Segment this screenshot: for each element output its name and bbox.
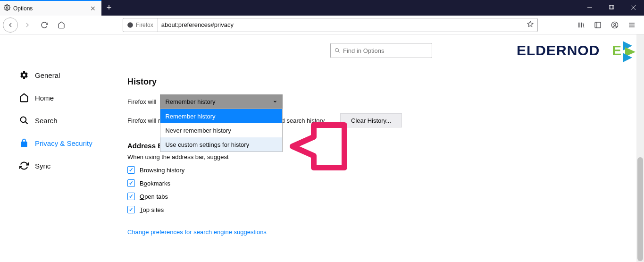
sidebar-button[interactable] bbox=[590, 17, 605, 33]
checkbox[interactable] bbox=[127, 206, 135, 213]
sidebar: General Home Search Privacy & Security S… bbox=[0, 34, 113, 262]
maximize-button[interactable] bbox=[601, 0, 622, 15]
svg-rect-2 bbox=[609, 5, 613, 9]
home-icon bbox=[19, 93, 29, 103]
gear-icon bbox=[19, 70, 29, 80]
search-icon bbox=[335, 48, 340, 53]
checkbox-row-browsing-history[interactable]: Browsing history bbox=[127, 166, 644, 174]
history-heading: History bbox=[127, 77, 644, 87]
checkbox-row-top-sites[interactable]: Top sites bbox=[127, 206, 644, 213]
menu-button[interactable] bbox=[624, 17, 639, 33]
svg-point-0 bbox=[6, 7, 8, 8]
svg-text:E: E bbox=[612, 42, 621, 58]
url-identity[interactable]: Firefox bbox=[123, 18, 158, 32]
library-button[interactable] bbox=[573, 17, 588, 33]
tab-title: Options bbox=[13, 5, 88, 12]
clear-history-button[interactable]: Clear History... bbox=[340, 113, 402, 127]
history-mode-value: Remember history bbox=[165, 98, 215, 105]
close-tab-icon[interactable]: ✕ bbox=[88, 4, 98, 13]
forward-button[interactable] bbox=[20, 17, 35, 33]
checkbox[interactable] bbox=[127, 179, 135, 187]
sidebar-label: Sync bbox=[35, 162, 50, 170]
titlebar: Options ✕ + bbox=[0, 0, 644, 16]
checkbox-label: Browsing history bbox=[140, 167, 184, 174]
gear-icon bbox=[4, 4, 10, 13]
svg-text:ELDERNOD: ELDERNOD bbox=[517, 42, 600, 58]
navbar: Firefox bbox=[0, 16, 644, 34]
chevron-down-icon bbox=[273, 98, 277, 105]
options-search[interactable] bbox=[330, 43, 432, 58]
dropdown-option-custom[interactable]: Use custom settings for history bbox=[160, 137, 282, 152]
url-prefix-label: Firefox bbox=[136, 22, 153, 28]
svg-line-11 bbox=[583, 23, 584, 27]
sidebar-item-general[interactable]: General bbox=[19, 64, 113, 86]
main-panel: History Firefox will Remember history Re… bbox=[113, 34, 644, 262]
svg-point-15 bbox=[614, 23, 616, 25]
sidebar-item-home[interactable]: Home bbox=[19, 86, 113, 109]
url-bar[interactable]: Firefox bbox=[123, 18, 538, 32]
checkbox-label: Bookmarks bbox=[140, 180, 170, 187]
svg-rect-3 bbox=[610, 5, 614, 9]
svg-marker-7 bbox=[527, 21, 533, 26]
minimize-button[interactable] bbox=[579, 0, 601, 15]
svg-rect-12 bbox=[595, 22, 601, 28]
checkbox-label: Top sites bbox=[140, 206, 164, 213]
sidebar-label: Privacy & Security bbox=[35, 139, 92, 147]
checkbox[interactable] bbox=[127, 166, 135, 174]
checkbox-row-bookmarks[interactable]: Bookmarks bbox=[127, 179, 644, 187]
lock-icon bbox=[19, 138, 29, 148]
url-input[interactable] bbox=[158, 21, 523, 28]
window-controls bbox=[579, 0, 644, 15]
bookmark-star-icon[interactable] bbox=[523, 21, 537, 29]
svg-line-20 bbox=[25, 122, 28, 124]
dropdown-option-remember[interactable]: Remember history bbox=[160, 109, 282, 123]
home-button[interactable] bbox=[54, 17, 69, 33]
sync-icon bbox=[19, 161, 29, 171]
sidebar-label: Search bbox=[35, 117, 58, 125]
history-prefix-label: Firefox will bbox=[127, 98, 156, 105]
options-search-input[interactable] bbox=[343, 47, 428, 54]
back-button[interactable] bbox=[3, 17, 18, 33]
dropdown-option-never[interactable]: Never remember history bbox=[160, 123, 282, 137]
history-dropdown: Remember history Never remember history … bbox=[160, 109, 283, 152]
sidebar-label: Home bbox=[35, 94, 54, 102]
checkbox-label: Open tabs bbox=[140, 193, 168, 200]
eldernode-logo: ELDERNOD E bbox=[517, 39, 639, 64]
sidebar-item-privacy[interactable]: Privacy & Security bbox=[19, 132, 113, 154]
content-area: General Home Search Privacy & Security S… bbox=[0, 34, 644, 262]
new-tab-button[interactable]: + bbox=[101, 0, 117, 16]
svg-point-19 bbox=[21, 117, 26, 123]
close-window-button[interactable] bbox=[622, 0, 644, 15]
sidebar-item-sync[interactable]: Sync bbox=[19, 154, 113, 177]
sidebar-label: General bbox=[35, 71, 60, 79]
search-icon bbox=[19, 115, 29, 126]
svg-line-22 bbox=[338, 51, 340, 53]
search-suggestions-link[interactable]: Change preferences for search engine sug… bbox=[127, 228, 267, 236]
scrollbar[interactable] bbox=[636, 34, 644, 262]
sidebar-item-search[interactable]: Search bbox=[19, 109, 113, 132]
browser-tab[interactable]: Options ✕ bbox=[0, 0, 101, 16]
firefox-icon bbox=[127, 22, 134, 28]
scroll-thumb[interactable] bbox=[637, 157, 643, 261]
svg-point-21 bbox=[335, 49, 339, 52]
reload-button[interactable] bbox=[37, 17, 52, 33]
checkbox-row-open-tabs[interactable]: Open tabs bbox=[127, 193, 644, 200]
checkbox[interactable] bbox=[127, 193, 135, 200]
addressbar-description: When using the address bar, suggest bbox=[127, 153, 644, 161]
svg-point-6 bbox=[127, 22, 133, 28]
account-button[interactable] bbox=[607, 17, 622, 33]
history-mode-select[interactable]: Remember history bbox=[160, 94, 283, 109]
